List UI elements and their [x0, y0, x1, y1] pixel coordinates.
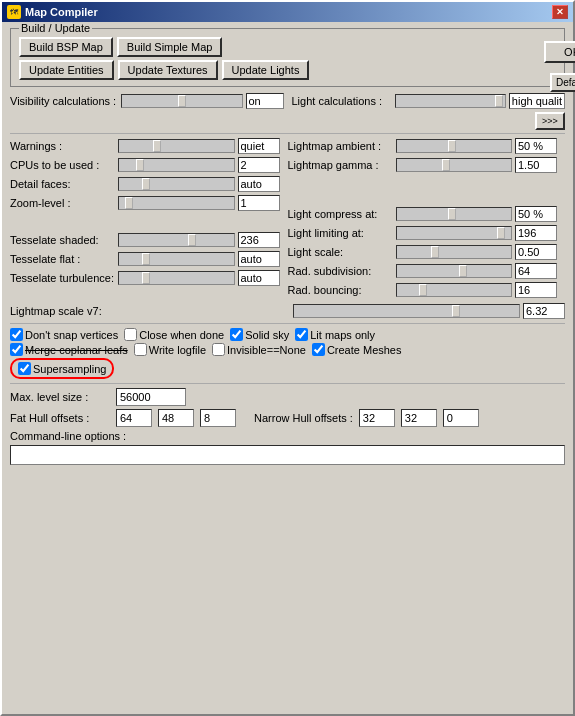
build-buttons-row: Build BSP Map Build Simple Map	[19, 37, 556, 57]
detail-faces-slider[interactable]	[118, 177, 235, 191]
lm-gamma-row: Lightmap gamma : 1.50	[288, 157, 558, 173]
fat-hull-input-0[interactable]	[116, 409, 152, 427]
zoom-row: Zoom-level : 1	[10, 195, 280, 211]
lm-scale-slider[interactable]	[293, 304, 520, 318]
lm-gamma-value: 1.50	[515, 157, 557, 173]
light-calc-slider[interactable]	[395, 94, 506, 108]
solid-sky-item: Solid sky	[230, 328, 289, 341]
rad-bounce-value: 16	[515, 282, 557, 298]
cpus-value: 2	[238, 157, 280, 173]
left-sliders: Warnings : quiet CPUs to be used : 2	[10, 138, 280, 301]
tess-turb-value: auto	[238, 270, 280, 286]
max-level-label: Max. level size :	[10, 391, 110, 403]
light-compress-value: 50 %	[515, 206, 557, 222]
supersampling-checkbox[interactable]	[18, 362, 31, 375]
window: 🗺 Map Compiler ✕ Build / Update Build BS…	[0, 0, 575, 716]
close-done-checkbox[interactable]	[124, 328, 137, 341]
create-meshes-checkbox[interactable]	[312, 343, 325, 356]
checkboxes-row3: Supersampling	[10, 358, 565, 379]
tess-shaded-slider[interactable]	[118, 233, 235, 247]
light-compress-row: Light compress at: 50 %	[288, 206, 558, 222]
light-compress-label: Light compress at:	[288, 208, 393, 220]
solid-sky-label: Solid sky	[245, 329, 289, 341]
zoom-value: 1	[238, 195, 280, 211]
warnings-value: quiet	[238, 138, 280, 154]
zoom-slider[interactable]	[118, 196, 235, 210]
expand-button[interactable]: >>>	[535, 112, 565, 130]
build-simple-button[interactable]: Build Simple Map	[117, 37, 223, 57]
titlebar: 🗺 Map Compiler ✕	[2, 2, 573, 22]
lm-ambient-slider[interactable]	[396, 139, 513, 153]
rad-bounce-slider[interactable]	[396, 283, 513, 297]
narrow-hull-input-0[interactable]	[359, 409, 395, 427]
fat-hull-input-2[interactable]	[200, 409, 236, 427]
tess-shaded-row: Tesselate shaded: 236	[10, 232, 280, 248]
tess-flat-label: Tesselate flat :	[10, 253, 115, 265]
solid-sky-checkbox[interactable]	[230, 328, 243, 341]
update-entities-button[interactable]: Update Entities	[19, 60, 114, 80]
visibility-slider[interactable]	[121, 94, 243, 108]
narrow-hull-input-2[interactable]	[443, 409, 479, 427]
light-calc-label: Light calculations :	[292, 95, 392, 107]
write-log-checkbox[interactable]	[134, 343, 147, 356]
supersampling-label: Supersampling	[33, 363, 106, 375]
detail-faces-value: auto	[238, 176, 280, 192]
lm-scale-row: Lightmap scale v7: 6.32	[10, 303, 565, 319]
build-bsp-button[interactable]: Build BSP Map	[19, 37, 113, 57]
tess-shaded-label: Tesselate shaded:	[10, 234, 115, 246]
update-lights-button[interactable]: Update Lights	[222, 60, 310, 80]
window-title: Map Compiler	[25, 6, 98, 18]
fat-hull-row: Fat Hull offsets : Narrow Hull offsets :	[10, 409, 565, 427]
lm-scale-label: Lightmap scale v7:	[10, 305, 290, 317]
lm-gamma-slider[interactable]	[396, 158, 513, 172]
visibility-value: on	[246, 93, 284, 109]
invisible-none-checkbox[interactable]	[212, 343, 225, 356]
narrow-hull-input-1[interactable]	[401, 409, 437, 427]
cmdline-input[interactable]	[10, 445, 565, 465]
top-sliders-row: Visibility calculations : on Light calcu…	[10, 93, 565, 109]
expand-row: >>>	[10, 112, 565, 130]
invisible-none-label: Invisible==None	[227, 344, 306, 356]
light-scale-row: Light scale: 0.50	[288, 244, 558, 260]
top-right-panel: OK MAP Default build v7.30	[544, 33, 575, 92]
fat-hull-input-1[interactable]	[158, 409, 194, 427]
checkboxes-row2: Merge coplanar leafs Write logfile Invis…	[10, 343, 565, 356]
light-limiting-row: Light limiting at: 196	[288, 225, 558, 241]
close-button[interactable]: ✕	[552, 5, 568, 19]
update-textures-button[interactable]: Update Textures	[118, 60, 218, 80]
lit-maps-item: Lit maps only	[295, 328, 375, 341]
tess-flat-value: auto	[238, 251, 280, 267]
checkboxes-row1: Don't snap vertices Close when done Soli…	[10, 328, 565, 341]
write-log-label: Write logfile	[149, 344, 206, 356]
merge-coplanar-label: Merge coplanar leafs	[25, 344, 128, 356]
tess-shaded-value: 236	[238, 232, 280, 248]
default-build-button[interactable]: Default build	[550, 73, 575, 92]
two-col-sliders: Warnings : quiet CPUs to be used : 2	[10, 138, 565, 301]
rad-subdiv-slider[interactable]	[396, 264, 513, 278]
rad-subdiv-label: Rad. subdivision:	[288, 265, 393, 277]
tess-flat-slider[interactable]	[118, 252, 235, 266]
merge-coplanar-item: Merge coplanar leafs	[10, 343, 128, 356]
light-limiting-slider[interactable]	[396, 226, 513, 240]
tess-turb-slider[interactable]	[118, 271, 235, 285]
close-done-label: Close when done	[139, 329, 224, 341]
lit-maps-label: Lit maps only	[310, 329, 375, 341]
lit-maps-checkbox[interactable]	[295, 328, 308, 341]
close-done-item: Close when done	[124, 328, 224, 341]
light-scale-slider[interactable]	[396, 245, 513, 259]
update-buttons-row: Update Entities Update Textures Update L…	[19, 60, 556, 80]
rad-subdiv-value: 64	[515, 263, 557, 279]
create-meshes-item: Create Meshes	[312, 343, 402, 356]
dont-snap-item: Don't snap vertices	[10, 328, 118, 341]
lm-gamma-label: Lightmap gamma :	[288, 159, 393, 171]
cpus-slider[interactable]	[118, 158, 235, 172]
max-level-input[interactable]	[116, 388, 186, 406]
detail-faces-row: Detail faces: auto	[10, 176, 280, 192]
bottom-fields: Max. level size : Fat Hull offsets : Nar…	[10, 388, 565, 465]
dont-snap-checkbox[interactable]	[10, 328, 23, 341]
light-compress-slider[interactable]	[396, 207, 513, 221]
detail-faces-label: Detail faces:	[10, 178, 115, 190]
warnings-slider[interactable]	[118, 139, 235, 153]
merge-coplanar-checkbox[interactable]	[10, 343, 23, 356]
ok-button[interactable]: OK	[544, 41, 575, 63]
